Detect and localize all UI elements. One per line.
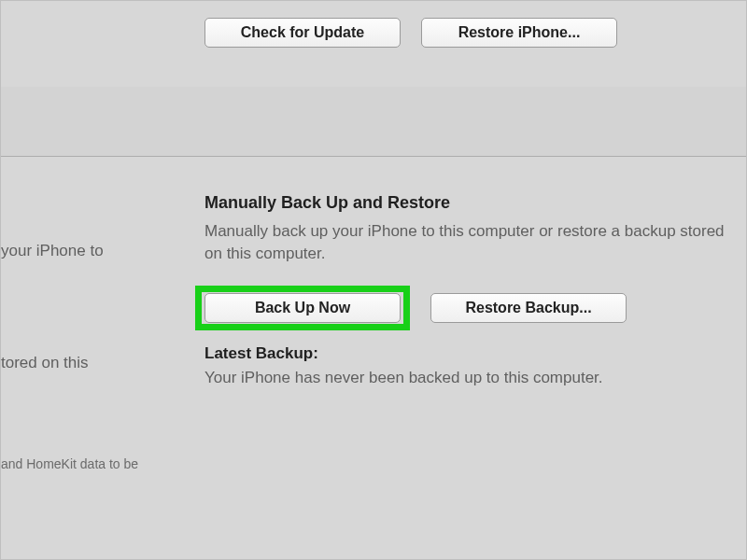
backup-button-row: Back Up Now Restore Backup...: [204, 286, 727, 330]
check-for-update-button[interactable]: Check for Update: [204, 18, 401, 48]
top-toolbar-area: Check for Update Restore iPhone...: [1, 1, 746, 85]
back-up-now-button[interactable]: Back Up Now: [204, 293, 401, 323]
left-cutoff-text: your iPhone to: [1, 242, 104, 260]
restore-iphone-button[interactable]: Restore iPhone...: [421, 18, 617, 48]
manual-backup-heading: Manually Back Up and Restore: [204, 193, 727, 213]
manual-backup-section: Manually Back Up and Restore Manually ba…: [204, 193, 727, 355]
restore-backup-button[interactable]: Restore Backup...: [430, 293, 627, 323]
left-cutoff-text: and HomeKit data to be: [1, 456, 138, 471]
section-band: [1, 87, 746, 156]
latest-backup-heading: Latest Backup:: [204, 344, 727, 363]
latest-backup-status: Your iPhone has never been backed up to …: [204, 369, 727, 387]
left-cutoff-text: tored on this: [1, 354, 89, 372]
top-button-row: Check for Update Restore iPhone...: [204, 18, 617, 48]
manual-backup-description: Manually back up your iPhone to this com…: [204, 220, 727, 265]
latest-backup-section: Latest Backup: Your iPhone has never bee…: [204, 344, 727, 387]
back-up-now-highlight: Back Up Now: [195, 286, 410, 330]
